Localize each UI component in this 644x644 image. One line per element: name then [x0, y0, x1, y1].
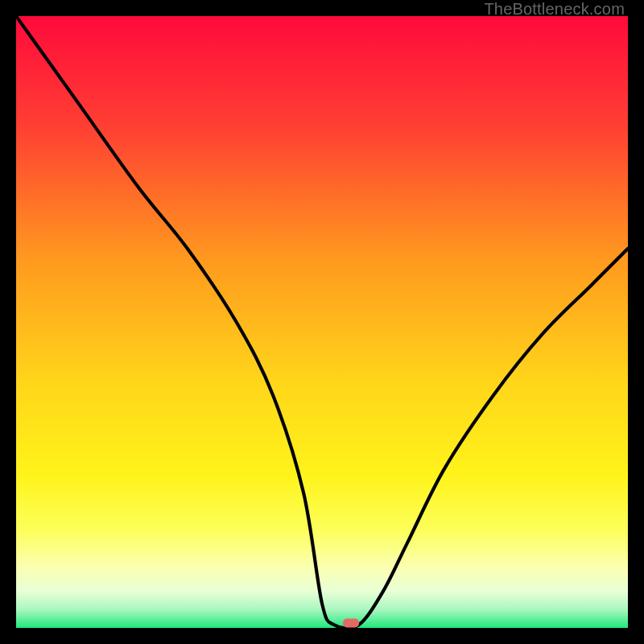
watermark-label: TheBottleneck.com: [484, 0, 625, 19]
chart-container: TheBottleneck.com: [0, 0, 644, 644]
optimum-marker: [343, 618, 359, 627]
curve-layer: [16, 16, 628, 628]
bottleneck-curve: [16, 16, 628, 628]
plot-area: [16, 16, 628, 628]
